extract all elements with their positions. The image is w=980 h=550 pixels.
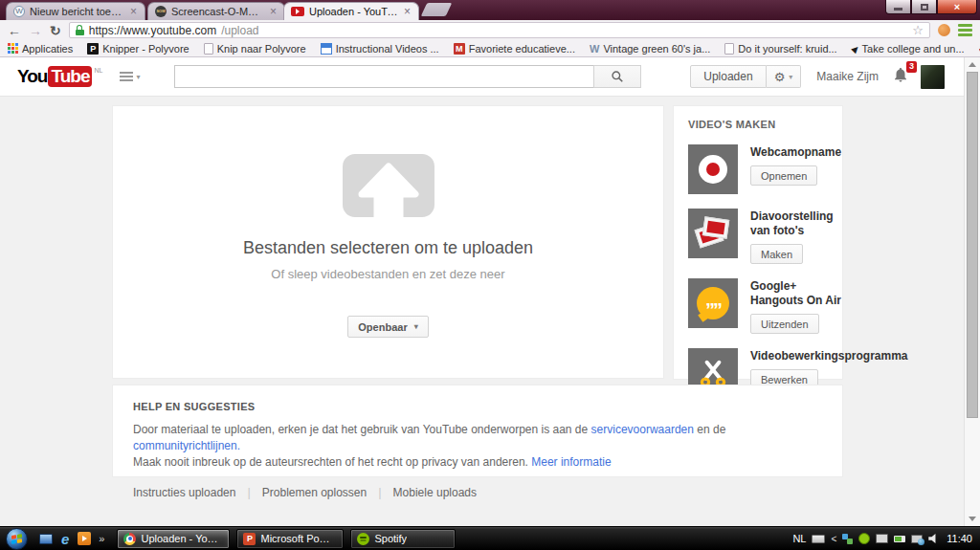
divider: | [247, 485, 250, 499]
address-bar[interactable]: https://www.youtube.com/upload ☆ [69, 22, 930, 38]
window-minimize-button[interactable] [885, 0, 911, 14]
upload-dropzone[interactable]: Bestanden selecteren om te uploaden Of s… [112, 105, 664, 379]
bookmark-knipper-polyvore[interactable]: P Knipper - Polyvore [87, 43, 189, 55]
notifications-button[interactable]: 3 [892, 66, 909, 87]
bookmark-knip-naar-polyvore[interactable]: Knip naar Polyvore [204, 43, 306, 55]
bookmark-favoriete-educatieve[interactable]: M Favoriete educatieve... [454, 43, 575, 55]
chrome-menu-icon[interactable] [958, 24, 972, 36]
volume-icon[interactable] [928, 534, 938, 543]
tab-close-icon[interactable]: × [269, 6, 278, 17]
mobile-uploads-link[interactable]: Mobiele uploads [393, 486, 477, 499]
hamburger-icon [120, 72, 133, 81]
settings-button[interactable]: ⚙ ▾ [767, 65, 802, 88]
scroll-up-button[interactable] [965, 57, 980, 72]
scrollbar-thumb[interactable] [967, 72, 978, 418]
url-host: https://www.youtube.com [89, 24, 216, 37]
create-item-title: Google+ Hangouts On Air [750, 279, 842, 308]
back-icon[interactable]: ← [8, 24, 21, 37]
bookmark-star-icon[interactable]: ☆ [912, 23, 924, 37]
logo-you: You [17, 66, 47, 87]
hidden-icons-chevron[interactable]: < [831, 534, 836, 544]
extension-icon[interactable] [938, 24, 950, 36]
tab-close-icon[interactable]: × [129, 6, 138, 17]
screencast-o-matic-icon: SOM [155, 6, 167, 17]
guide-menu-button[interactable]: ▾ [120, 72, 140, 81]
bookmark-applicaties[interactable]: Applicaties [8, 43, 73, 55]
language-indicator[interactable]: NL [792, 533, 806, 544]
bookmark-label: Vintage green 60's ja... [603, 43, 710, 55]
w-crown-icon: W [590, 43, 599, 55]
make-button[interactable]: Maken [750, 244, 803, 264]
terms-link[interactable]: servicevoorwaarden [591, 423, 694, 436]
privacy-dropdown[interactable]: Openbaar ▾ [347, 316, 428, 338]
bookmark-label: Favoriete educatieve... [469, 43, 575, 55]
clock[interactable]: 11:40 [947, 533, 972, 544]
scroll-down-button[interactable] [965, 512, 980, 526]
search-input[interactable] [174, 65, 593, 88]
browser-tab-youtube-active[interactable]: Uploaden - YouTube × [283, 2, 419, 20]
header-right-cluster: Uploaden ⚙ ▾ Maaike Zijm 3 [690, 65, 945, 89]
record-button[interactable]: Opnemen [750, 165, 817, 186]
search-icon [611, 70, 624, 83]
rocket-icon: ▶ [849, 43, 860, 55]
desktop-app-icon[interactable] [39, 534, 53, 544]
upload-button[interactable]: Uploaden [690, 65, 766, 88]
spotify-tray-icon[interactable] [858, 533, 870, 544]
browser-tab-wordpress[interactable]: W Nieuw bericht toevoegen × [6, 2, 145, 20]
keyboard-icon[interactable] [812, 535, 825, 543]
powerpoint-icon: P [243, 533, 256, 545]
taskbar-button-spotify[interactable]: Spotify [350, 529, 456, 549]
sync-tray-icon[interactable] [842, 534, 853, 544]
taskbar-button-chrome[interactable]: Uploaden - YouTub... [117, 529, 230, 549]
internet-explorer-icon[interactable]: e [61, 532, 69, 546]
media-app-icon[interactable] [78, 532, 91, 545]
chevron-down-icon: ▾ [414, 322, 418, 331]
task-buttons: Uploaden - YouTub... P Microsoft PowerPo… [117, 529, 456, 549]
upload-instructions-link[interactable]: Instructies uploaden [133, 486, 235, 499]
more-info-link[interactable]: Meer informatie [531, 455, 611, 469]
page-scrollbar[interactable] [964, 57, 980, 526]
help-panel: HELP EN SUGGESTIES Door materiaal te upl… [112, 385, 843, 477]
window-blue-icon [321, 43, 332, 55]
toolbar-expand-icon[interactable]: » [99, 533, 104, 544]
gear-icon: ⚙ [774, 70, 786, 84]
network-icon[interactable] [911, 535, 923, 543]
tab-close-icon[interactable]: × [403, 6, 412, 17]
help-heading: HELP EN SUGGESTIES [133, 401, 822, 412]
youtube-favicon [291, 7, 304, 16]
window-close-button[interactable]: × [937, 0, 977, 14]
create-videos-panel: VIDEO'S MAKEN Webcamopname Opnemen Diavo… [673, 105, 843, 380]
hangouts-icon[interactable]: ”” [688, 278, 738, 328]
bookmark-instructional-videos[interactable]: Instructional Videos ... [321, 43, 439, 55]
m-red-icon: M [454, 43, 465, 55]
webcam-record-icon[interactable] [688, 144, 738, 194]
triangle-up-icon [969, 62, 976, 67]
photo-slideshow-icon[interactable] [688, 209, 738, 258]
bookmark-do-it-yourself[interactable]: Do it yourself: kruid... [724, 43, 836, 55]
community-guidelines-link[interactable]: communityrichtlijnen. [133, 439, 240, 452]
upload-subtitle: Of sleep videobestanden en zet deze neer [271, 267, 504, 281]
bookmark-take-college[interactable]: ▶ Take college and un... [852, 43, 965, 55]
refresh-icon[interactable]: ↻ [50, 24, 61, 37]
create-item-title: Diavoorstelling van foto's [750, 209, 842, 238]
tab-title: Screencast-O-Matic - Free [171, 6, 264, 17]
display-tray-icon[interactable] [876, 534, 888, 543]
battery-icon[interactable] [894, 536, 905, 542]
youtube-logo[interactable]: You Tube NL [17, 66, 102, 87]
youtube-page: You Tube NL ▾ Uploaden ⚙ ▾ Maaike Zijm [0, 57, 980, 526]
help-footer-links: Instructies uploaden | Problemen oplosse… [133, 485, 822, 499]
broadcast-button[interactable]: Uitzenden [750, 314, 819, 334]
forward-icon[interactable]: → [29, 24, 42, 37]
window-maximize-button[interactable] [911, 0, 937, 14]
bookmark-vintage-green[interactable]: W Vintage green 60's ja... [590, 43, 710, 55]
browser-tab-screencast[interactable]: SOM Screencast-O-Matic - Free × [147, 2, 285, 20]
new-tab-button[interactable] [421, 3, 453, 16]
avatar[interactable] [921, 65, 945, 89]
troubleshoot-link[interactable]: Problemen oplossen [262, 486, 367, 499]
bookmark-label: Knipper - Polyvore [102, 43, 189, 55]
taskbar-button-powerpoint[interactable]: P Microsoft PowerPoi... [236, 529, 344, 549]
start-button[interactable] [6, 528, 28, 550]
search-button[interactable] [593, 65, 641, 88]
chevron-down-icon: ▾ [136, 73, 140, 81]
upload-title: Bestanden selecteren om te uploaden [243, 238, 533, 258]
